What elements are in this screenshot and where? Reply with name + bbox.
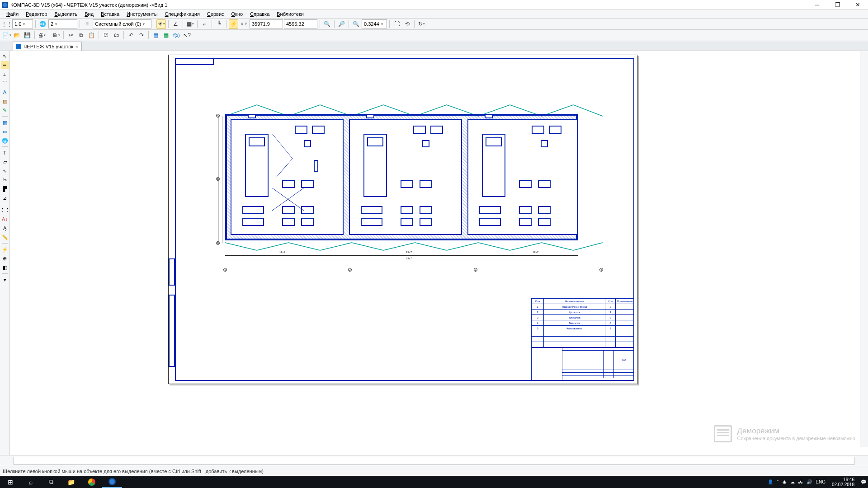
drawing-canvas[interactable]: А Б Б: [10, 51, 868, 455]
tool-mirror-icon[interactable]: ◧: [1, 263, 9, 272]
menu-libs[interactable]: Библиотеки: [273, 10, 307, 18]
local-cs-button[interactable]: ┗: [214, 19, 224, 29]
tray-onedrive-icon[interactable]: ☁: [790, 479, 795, 484]
preview-button[interactable]: 🗎: [52, 31, 61, 40]
save-button[interactable]: 💾: [23, 31, 32, 40]
tray-chevron-icon[interactable]: ˄: [777, 479, 779, 484]
tool-t-icon[interactable]: T: [1, 149, 9, 157]
tool-globe-icon[interactable]: 🌐: [1, 136, 9, 145]
tool-pattern-icon[interactable]: ⋮⋮: [1, 206, 9, 214]
lib2-button[interactable]: ▦: [161, 31, 171, 40]
kompas-button[interactable]: [102, 476, 122, 488]
tray-volume-icon[interactable]: 🔊: [807, 479, 812, 484]
search-button[interactable]: ⌕: [20, 476, 41, 488]
maximize-button[interactable]: ❐: [827, 0, 848, 10]
menu-help[interactable]: Справка: [246, 10, 273, 18]
zoom-out-button[interactable]: 🔎: [337, 19, 346, 29]
coord-x[interactable]: 35971.9: [250, 19, 283, 28]
properties-button[interactable]: ☑: [101, 31, 111, 40]
tool-chevron-icon[interactable]: ▾: [1, 276, 9, 284]
tool-spark-icon[interactable]: ⚡: [1, 245, 9, 253]
menu-window[interactable]: Окно: [228, 10, 247, 18]
equip-sm: [519, 218, 532, 226]
tool-table-icon[interactable]: ▦: [1, 118, 9, 127]
building-outline: [225, 114, 578, 240]
menu-file[interactable]: Файл: [3, 10, 22, 18]
zoom-combo[interactable]: 0.3244: [362, 19, 387, 28]
taskview-button[interactable]: ⧉: [41, 476, 61, 488]
new-button[interactable]: 📄: [2, 31, 11, 40]
layers-icon[interactable]: ≡: [82, 19, 92, 29]
help-cursor-button[interactable]: ↖?: [182, 31, 192, 40]
paste-button[interactable]: 📋: [87, 31, 96, 40]
layer-combo[interactable]: Системный слой (0): [93, 19, 151, 28]
tray-network-icon[interactable]: 🖧: [798, 479, 803, 484]
tray-notifications-icon[interactable]: 💬: [861, 479, 866, 484]
ortho-button[interactable]: ⌐: [200, 19, 209, 29]
equip-cart: [242, 218, 264, 226]
close-button[interactable]: ✕: [848, 0, 868, 10]
copy-button[interactable]: ⧉: [76, 31, 86, 40]
menu-tools[interactable]: Инструменты: [123, 10, 161, 18]
tree-button[interactable]: 🗂: [112, 31, 121, 40]
open-button[interactable]: 📂: [12, 31, 22, 40]
scrollbar-vertical[interactable]: [860, 51, 868, 447]
tool-arc-icon[interactable]: ⌒: [1, 79, 9, 87]
menu-view[interactable]: Вид: [81, 10, 97, 18]
demo-title: Деморежим: [737, 427, 855, 436]
tool-surface-icon[interactable]: ▱: [1, 158, 9, 166]
grid-button[interactable]: ▦: [185, 19, 195, 29]
tool-move-icon[interactable]: ⊕: [1, 254, 9, 263]
tool-sheet-icon[interactable]: ▭: [1, 127, 9, 136]
refresh-button[interactable]: ↻: [417, 19, 426, 29]
chrome-button[interactable]: [81, 476, 102, 488]
menu-insert[interactable]: Вставка: [97, 10, 123, 18]
tool-chamfer-icon[interactable]: ▛: [1, 185, 9, 193]
undo-button[interactable]: ↶: [126, 31, 136, 40]
coord-y[interactable]: 4595.32: [284, 19, 317, 28]
redo-button[interactable]: ↷: [137, 31, 146, 40]
start-button[interactable]: ⊞: [0, 476, 20, 488]
formula-button[interactable]: f(x): [172, 31, 181, 40]
grid-step-icon[interactable]: ⋮⋮: [2, 19, 11, 29]
lib-button[interactable]: ▦: [151, 31, 160, 40]
angle-button[interactable]: ∠: [171, 19, 180, 29]
tool-font-icon[interactable]: Aͅ: [1, 224, 9, 232]
main-area: ↖ ━ ⟂ ⌒ A ▨ ✎ ▦ ▭ 🌐 T ▱ ∿ ✂ ▛ ⊿ ⋮⋮ A↓ Aͅ…: [0, 51, 868, 455]
menu-service[interactable]: Сервис: [203, 10, 228, 18]
zoom-prev-button[interactable]: ⟲: [402, 19, 412, 29]
view-icon[interactable]: 🌐: [38, 19, 47, 29]
snap-button[interactable]: ☀: [156, 19, 166, 29]
view-combo[interactable]: 2: [48, 19, 77, 28]
tab-close-icon[interactable]: ×: [75, 44, 78, 49]
tool-dims-icon[interactable]: ⟂: [1, 70, 9, 78]
geom-cursor-icon[interactable]: ↖: [1, 52, 9, 60]
tray-lang[interactable]: ENG: [816, 479, 826, 484]
equip-sm: [538, 180, 551, 188]
zoom-in-button[interactable]: 🔍: [322, 19, 332, 29]
document-tab[interactable]: ЧЕРТЕЖ V15 участок ×: [13, 42, 82, 51]
print-button[interactable]: 🖨: [37, 31, 47, 40]
tool-edit-icon[interactable]: ✎: [1, 106, 9, 114]
tool-lines-icon[interactable]: ━: [1, 61, 9, 69]
tray-clock[interactable]: 16:46 02.02.2018: [829, 477, 857, 487]
auto-button[interactable]: ⚡: [229, 19, 238, 29]
explorer-button[interactable]: 📁: [61, 476, 81, 488]
tool-curve-icon[interactable]: ∿: [1, 167, 9, 175]
zoom-fit-button[interactable]: ⛶: [392, 19, 401, 29]
minimize-button[interactable]: ─: [807, 0, 827, 10]
tool-hatch-icon[interactable]: ▨: [1, 97, 9, 105]
tool-text-icon[interactable]: A: [1, 88, 9, 96]
tool-trim-icon[interactable]: ✂: [1, 176, 9, 184]
cut-button[interactable]: ✂: [66, 31, 75, 40]
tool-align-icon[interactable]: A↓: [1, 215, 9, 223]
command-input[interactable]: [14, 457, 854, 465]
menu-edit[interactable]: Редактор: [22, 10, 51, 18]
menu-spec[interactable]: Спецификация: [161, 10, 203, 18]
tool-construct-icon[interactable]: ⊿: [1, 194, 9, 202]
tool-measure-icon[interactable]: 📏: [1, 233, 9, 241]
grid-step-combo[interactable]: 1.0: [12, 19, 33, 28]
menu-select[interactable]: Выделить: [51, 10, 81, 18]
tray-steam-icon[interactable]: ◉: [783, 479, 787, 484]
tray-people-icon[interactable]: 👤: [768, 479, 773, 484]
